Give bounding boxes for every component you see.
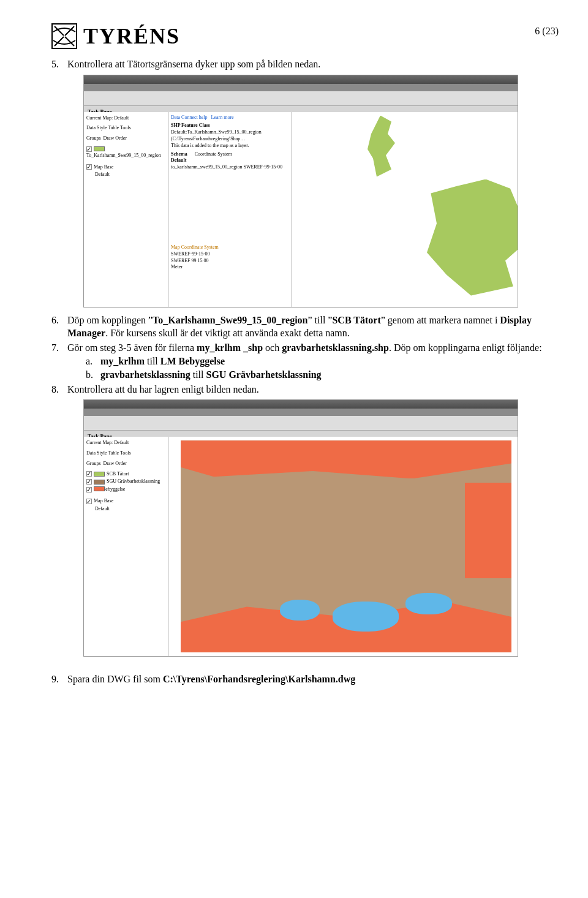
step-5-text: Kontrollera att Tätortsgränserna dyker u…: [67, 59, 320, 69]
step-8: Kontrollera att du har lagren enligt bil…: [51, 383, 559, 657]
task-pane: Current Map: Default Data Style Table To…: [84, 112, 168, 307]
data-connect-panel: Data Connect help Learn more SHP Feature…: [168, 112, 292, 307]
logo-text: TYRÉNS: [83, 23, 180, 49]
step-9: Spara din DWG fil som C:\Tyrens\Forhands…: [51, 673, 559, 686]
step-6: Döp om kopplingen ”To_Karlshamn_Swe99_15…: [51, 314, 559, 340]
window-titlebar: [84, 75, 518, 84]
logo: TYRÉNS: [51, 23, 180, 49]
window-menubar: [84, 84, 518, 91]
window-titlebar-2: [84, 400, 518, 409]
document-body: Kontrollera att Tätortsgränserna dyker u…: [51, 58, 559, 686]
page-number: 6 (23): [535, 26, 559, 37]
step-7: Gör om steg 3-5 även för filerna my_krlh…: [51, 341, 559, 382]
window-toolbars-2: [84, 416, 518, 431]
page-header: TYRÉNS 6 (23): [51, 23, 559, 49]
step-5: Kontrollera att Tätortsgränserna dyker u…: [51, 58, 559, 308]
current-map-label: Current Map: Default: [86, 115, 165, 123]
screenshot-2: Task Pane Current Map: Default Data Styl…: [83, 399, 518, 657]
window-toolbars: [84, 91, 518, 106]
task-pane-2: Current Map: Default Data Style Table To…: [84, 437, 168, 656]
tyrens-logo-icon: [51, 23, 77, 49]
screenshot-1: Task Pane Current Map: Default Data Styl…: [83, 75, 518, 308]
map-canvas-2: [168, 437, 518, 656]
step-7a: my_krlhm till LM Bebyggelse: [86, 355, 559, 368]
step-7b: gravbarhetsklassning till SGU Grävbarhet…: [86, 368, 559, 382]
map-canvas: [292, 112, 518, 307]
window-menubar-2: [84, 409, 518, 416]
